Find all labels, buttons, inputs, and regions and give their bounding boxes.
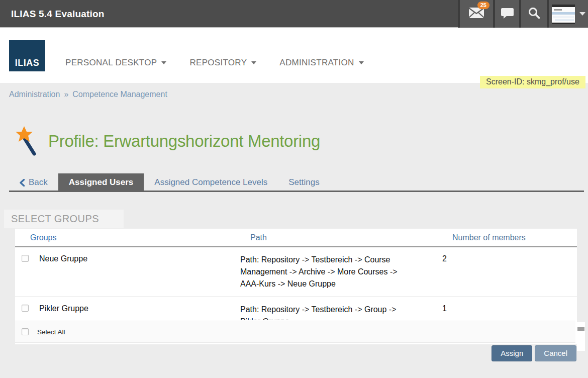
chevron-down-icon — [359, 61, 364, 64]
page-content: Administration»Competence Management Pro… — [0, 83, 588, 378]
search-icon — [528, 7, 540, 21]
main-menu: PERSONAL DESKTOP REPOSITORY ADMINISTRATI… — [65, 58, 364, 68]
select-all-row: Select All — [15, 321, 575, 343]
chevron-down-icon — [579, 12, 585, 16]
chevron-down-icon — [251, 61, 256, 64]
group-name: Neue Gruppe — [39, 254, 240, 290]
main-navbar: ILIAS PERSONAL DESKTOP REPOSITORY ADMINI… — [0, 28, 588, 83]
clipped-path-line: Pikler Gruppe — [240, 316, 413, 320]
section-title-box: SELECT GROUPS — [4, 210, 124, 228]
search-button[interactable] — [519, 0, 547, 28]
breadcrumb: Administration»Competence Management — [9, 90, 167, 99]
table-row: Neue Gruppe Path: Repository -> Testbere… — [15, 247, 577, 297]
mail-icon — [468, 7, 484, 21]
group-members: 2 — [442, 254, 567, 290]
screen-id-badge: Screen-ID: skmg_prof/use — [480, 76, 585, 88]
section-title: SELECT GROUPS — [4, 210, 124, 225]
topbar-icon-group: 25 — [458, 0, 588, 28]
group-path: Path: Repository -> Testbereich -> Cours… — [240, 254, 442, 290]
group-path: Path: Repository -> Testbereich -> Group… — [240, 304, 442, 320]
group-members: 1 — [442, 304, 567, 320]
scrollbar-track — [577, 322, 585, 351]
tab-settings[interactable]: Settings — [278, 173, 330, 192]
topbar: ILIAS 5.4 Evaluation 25 — [0, 0, 588, 28]
groups-table: Groups Path Number of members Neue Grupp… — [15, 229, 577, 344]
menu-administration[interactable]: ADMINISTRATION — [279, 58, 363, 68]
mail-button[interactable]: 25 — [458, 0, 493, 28]
cancel-button[interactable]: Cancel — [535, 345, 576, 361]
table-header-row: Groups Path Number of members — [15, 229, 577, 247]
select-all-label: Select All — [37, 328, 65, 336]
ilias-logo[interactable]: ILIAS — [9, 40, 45, 71]
menu-personal-desktop[interactable]: PERSONAL DESKTOP — [65, 58, 166, 68]
chevron-left-icon — [20, 179, 25, 186]
chat-button[interactable] — [493, 0, 519, 28]
mail-count-badge: 25 — [477, 2, 489, 9]
menu-repository[interactable]: REPOSITORY — [189, 58, 256, 68]
breadcrumb-separator: » — [64, 90, 68, 99]
action-toolbar: Assign Cancel — [492, 345, 576, 361]
tab-underline — [9, 191, 584, 192]
column-header-groups[interactable]: Groups — [30, 233, 250, 242]
assign-button[interactable]: Assign — [492, 345, 532, 361]
chat-icon — [501, 7, 514, 21]
tab-bar: Back Assigned Users Assigned Competence … — [9, 173, 584, 192]
skill-wand-icon — [14, 126, 40, 157]
row-checkbox[interactable] — [22, 305, 29, 312]
breadcrumb-administration[interactable]: Administration — [9, 90, 60, 99]
tab-assigned-competence-levels[interactable]: Assigned Competence Levels — [144, 173, 278, 192]
chevron-down-icon — [161, 61, 166, 64]
scrollbar-thumb[interactable] — [577, 327, 584, 331]
user-menu-button[interactable] — [547, 0, 588, 28]
app-title: ILIAS 5.4 Evaluation — [11, 0, 105, 28]
ilias-logo-text: ILIAS — [9, 58, 45, 68]
column-header-members: Number of members — [452, 233, 567, 242]
group-name: Pikler Gruppe — [39, 304, 240, 320]
row-checkbox[interactable] — [22, 255, 29, 262]
column-header-path: Path — [250, 233, 452, 242]
breadcrumb-competence-management[interactable]: Competence Management — [72, 90, 167, 99]
tab-assigned-users[interactable]: Assigned Users — [58, 173, 144, 192]
title-row: Profile: Erwartungshorizont Mentoring — [14, 126, 320, 157]
tab-back[interactable]: Back — [9, 173, 58, 192]
page-title: Profile: Erwartungshorizont Mentoring — [48, 132, 320, 151]
avatar — [552, 5, 575, 24]
select-all-checkbox[interactable] — [22, 328, 29, 335]
